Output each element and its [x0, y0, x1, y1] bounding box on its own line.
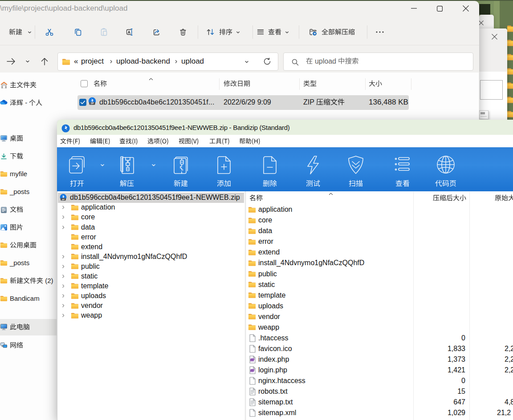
svg-text:ZIP: ZIP	[62, 198, 65, 201]
svg-text:ZIP: ZIP	[90, 102, 94, 105]
